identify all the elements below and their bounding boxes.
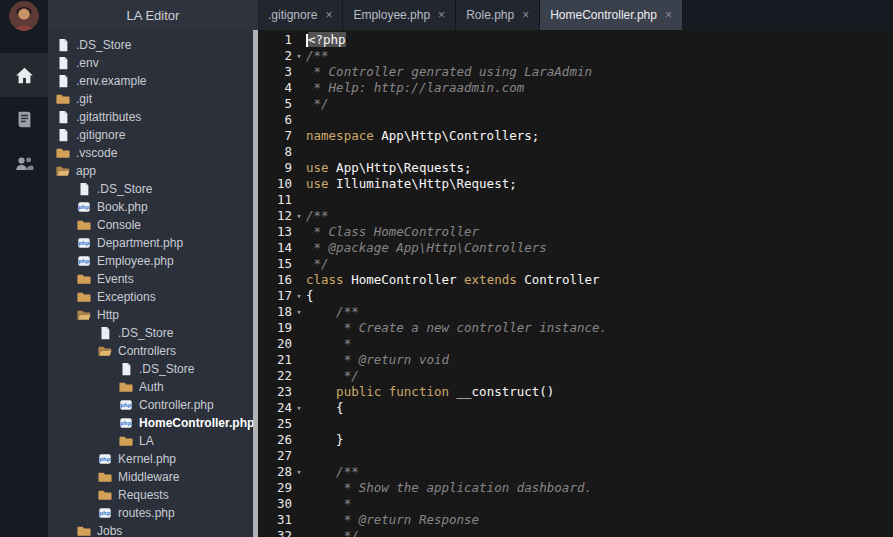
activity-item-notes[interactable]	[0, 97, 48, 141]
tab-close-icon[interactable]: ×	[522, 8, 529, 22]
tree-item--gitattributes[interactable]: .gitattributes	[48, 108, 258, 126]
svg-text:php: php	[99, 456, 110, 463]
tab--gitignore[interactable]: .gitignore×	[258, 0, 343, 30]
code-text[interactable]: */	[306, 96, 893, 112]
code-text[interactable]: * Create a new controller instance.	[306, 320, 893, 336]
tab-close-icon[interactable]: ×	[325, 8, 332, 22]
tree-item-routes-php[interactable]: phproutes.php	[48, 504, 258, 522]
code-text[interactable]: /**	[306, 304, 893, 320]
tree-item--vscode[interactable]: .vscode	[48, 144, 258, 162]
tree-item--ds-store[interactable]: .DS_Store	[48, 324, 258, 342]
code-text[interactable]: /**	[306, 208, 893, 224]
tree-item-homecontroller-php[interactable]: phpHomeController.php	[48, 414, 258, 432]
fold-arrow-icon[interactable]: ▾	[292, 304, 306, 320]
code-text[interactable]: */	[306, 528, 893, 537]
code-text[interactable]	[306, 448, 893, 464]
tree-item-requests[interactable]: Requests	[48, 486, 258, 504]
code-text[interactable]: * @return void	[306, 352, 893, 368]
tree-item--ds-store[interactable]: .DS_Store	[48, 360, 258, 378]
code-text[interactable]	[306, 416, 893, 432]
code-text[interactable]: <?php	[306, 32, 893, 48]
code-text[interactable]: * Help: http://laraadmin.com	[306, 80, 893, 96]
line-number: 3	[258, 64, 292, 80]
activity-item-home[interactable]	[0, 53, 48, 97]
tree-item--env-example[interactable]: .env.example	[48, 72, 258, 90]
line-number: 13	[258, 224, 292, 240]
code-text[interactable]: }	[306, 432, 893, 448]
svg-text:php: php	[78, 258, 89, 265]
tree-item--git[interactable]: .git	[48, 90, 258, 108]
tree-item-exceptions[interactable]: Exceptions	[48, 288, 258, 306]
tree-item-controllers[interactable]: Controllers	[48, 342, 258, 360]
tree-item-kernel-php[interactable]: phpKernel.php	[48, 450, 258, 468]
code-line-8: 8	[258, 144, 893, 160]
tree-item-controller-php[interactable]: phpController.php	[48, 396, 258, 414]
code-text[interactable]: public function __construct()	[306, 384, 893, 400]
code-text[interactable]	[306, 144, 893, 160]
code-text[interactable]: */	[306, 256, 893, 272]
code-text[interactable]	[306, 112, 893, 128]
tree-item-http[interactable]: Http	[48, 306, 258, 324]
tab-role-php[interactable]: Role.php×	[456, 0, 540, 30]
code-line-10: 10use Illuminate\Http\Request;	[258, 176, 893, 192]
code-line-5: 5 */	[258, 96, 893, 112]
line-number: 30	[258, 496, 292, 512]
code-text[interactable]: * Class HomeController	[306, 224, 893, 240]
tree-item-label: .DS_Store	[97, 182, 152, 196]
user-avatar[interactable]	[9, 1, 39, 31]
file-icon	[56, 128, 70, 142]
tab-close-icon[interactable]: ×	[438, 8, 445, 22]
tree-item-book-php[interactable]: phpBook.php	[48, 198, 258, 216]
activity-item-users[interactable]	[0, 141, 48, 185]
fold-arrow-icon[interactable]: ▾	[292, 400, 306, 416]
tree-item-middleware[interactable]: Middleware	[48, 468, 258, 486]
fold-arrow-icon[interactable]: ▾	[292, 208, 306, 224]
tree-item--ds-store[interactable]: .DS_Store	[48, 36, 258, 54]
fold-arrow-icon[interactable]: ▾	[292, 48, 306, 64]
fold-arrow-icon[interactable]: ▾	[292, 288, 306, 304]
code-text[interactable]: *	[306, 496, 893, 512]
tab-homecontroller-php[interactable]: HomeController.php×	[540, 0, 683, 30]
tree-item-console[interactable]: Console	[48, 216, 258, 234]
fold-arrow-icon[interactable]: ▾	[292, 464, 306, 480]
code-line-18: 18▾ /**	[258, 304, 893, 320]
folder-icon	[56, 92, 70, 106]
tree-item--env[interactable]: .env	[48, 54, 258, 72]
tree-item--ds-store[interactable]: .DS_Store	[48, 180, 258, 198]
tab-label: Role.php	[466, 8, 514, 22]
code-text[interactable]: use Illuminate\Http\Request;	[306, 176, 893, 192]
tree-item-la[interactable]: LA	[48, 432, 258, 450]
tree-item-jobs[interactable]: Jobs	[48, 522, 258, 537]
file-tree-scrollbar[interactable]	[253, 30, 258, 537]
tree-item-auth[interactable]: Auth	[48, 378, 258, 396]
code-text[interactable]: * @package App\Http\Controllers	[306, 240, 893, 256]
tree-item-employee-php[interactable]: phpEmployee.php	[48, 252, 258, 270]
code-line-19: 19 * Create a new controller instance.	[258, 320, 893, 336]
code-line-6: 6	[258, 112, 893, 128]
code-text[interactable]: * @return Response	[306, 512, 893, 528]
fold-gutter	[292, 96, 306, 112]
fold-gutter	[292, 112, 306, 128]
code-text[interactable]	[306, 192, 893, 208]
tree-item-department-php[interactable]: phpDepartment.php	[48, 234, 258, 252]
code-editor[interactable]: 1<?php2▾/**3 * Controller genrated using…	[258, 30, 893, 537]
code-text[interactable]: /**	[306, 48, 893, 64]
code-text[interactable]: /**	[306, 464, 893, 480]
tree-item-events[interactable]: Events	[48, 270, 258, 288]
code-text[interactable]: {	[306, 400, 893, 416]
code-text[interactable]: *	[306, 336, 893, 352]
file-icon	[56, 56, 70, 70]
code-text[interactable]: */	[306, 368, 893, 384]
code-text[interactable]: use App\Http\Requests;	[306, 160, 893, 176]
tab-close-icon[interactable]: ×	[665, 8, 672, 22]
tree-item--gitignore[interactable]: .gitignore	[48, 126, 258, 144]
fold-gutter	[292, 384, 306, 400]
tree-item-app[interactable]: app	[48, 162, 258, 180]
code-text[interactable]: {	[306, 288, 893, 304]
code-text[interactable]: * Controller genrated using LaraAdmin	[306, 64, 893, 80]
code-text[interactable]: class HomeController extends Controller	[306, 272, 893, 288]
tab-employee-php[interactable]: Employee.php×	[343, 0, 456, 30]
code-text[interactable]: * Show the application dashboard.	[306, 480, 893, 496]
code-text[interactable]: namespace App\Http\Controllers;	[306, 128, 893, 144]
fold-gutter	[292, 224, 306, 240]
